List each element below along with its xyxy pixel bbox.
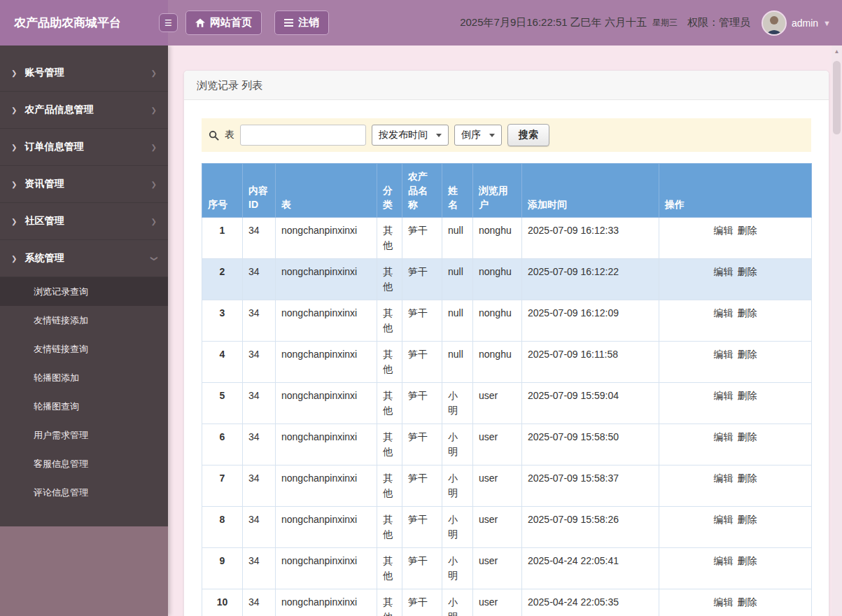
cell-no: 8 — [202, 507, 243, 548]
column-header: 添加时间 — [522, 164, 659, 218]
cell-name: null — [442, 300, 473, 342]
edit-link[interactable]: 编辑 — [714, 225, 734, 236]
home-button[interactable]: 网站首页 — [185, 10, 262, 35]
cell-name: null — [442, 218, 473, 259]
column-header: 农产品名称 — [402, 164, 442, 218]
delete-link[interactable]: 删除 — [738, 514, 757, 525]
cell-actions: 编辑删除 — [659, 300, 812, 342]
cell-user: user — [473, 589, 522, 616]
weekday-text: 星期三 — [652, 17, 678, 29]
cell-cid: 34 — [243, 548, 276, 589]
search-field-label: 表 — [225, 129, 234, 141]
cell-user: nonghu — [473, 342, 522, 383]
cell-name: 小明 — [442, 465, 473, 507]
cell-time: 2025-07-09 15:59:04 — [522, 383, 659, 424]
sort-select[interactable]: 按发布时间 — [372, 125, 449, 146]
cell-name: 小明 — [442, 589, 473, 616]
edit-link[interactable]: 编辑 — [714, 596, 734, 608]
sidebar-item-2[interactable]: ❯订单信息管理❯ — [0, 129, 168, 166]
search-button[interactable]: 搜索 — [507, 124, 549, 146]
scrollbar-thumb[interactable] — [833, 61, 841, 134]
logout-button-label: 注销 — [298, 16, 319, 29]
delete-link[interactable]: 删除 — [738, 307, 757, 318]
cell-user: user — [473, 465, 522, 507]
sidebar-item-0[interactable]: ❯账号管理❯ — [0, 55, 168, 92]
chevron-right-icon: ❯ — [11, 255, 17, 262]
table-header-row: 序号内容ID表分类农产品名称姓名浏览用户添加时间操作 — [202, 164, 812, 218]
delete-link[interactable]: 删除 — [738, 225, 757, 236]
sidebar-subitem[interactable]: 轮播图查询 — [0, 392, 168, 421]
sidebar-subitem[interactable]: 轮播图添加 — [0, 363, 168, 392]
cell-no: 7 — [202, 465, 243, 507]
cell-time: 2025-07-09 16:12:22 — [522, 259, 659, 300]
sidebar-item-1[interactable]: ❯农产品信息管理❯ — [0, 92, 168, 129]
cell-actions: 编辑删除 — [659, 259, 812, 300]
search-input[interactable] — [240, 125, 366, 146]
delete-link[interactable]: 删除 — [738, 431, 757, 442]
sidebar-subitem[interactable]: 友情链接添加 — [0, 306, 168, 335]
cell-no: 2 — [202, 259, 243, 300]
table-row: 134nongchanpinxinxi其他笋干nullnonghu2025-07… — [202, 218, 812, 259]
sidebar-item-4[interactable]: ❯社区管理❯ — [0, 203, 168, 240]
edit-link[interactable]: 编辑 — [714, 555, 734, 566]
scroll-up-icon[interactable]: ▲ — [832, 46, 842, 57]
sidebar-subitem[interactable]: 用户需求管理 — [0, 421, 168, 449]
cell-product: 笋干 — [402, 259, 442, 300]
cell-user: user — [473, 548, 522, 589]
cell-table: nongchanpinxinxi — [276, 259, 377, 300]
delete-link[interactable]: 删除 — [738, 349, 757, 360]
chevron-right-icon: ❯ — [151, 106, 157, 114]
delete-link[interactable]: 删除 — [738, 555, 757, 566]
delete-link[interactable]: 删除 — [738, 266, 757, 277]
cell-time: 2025-07-09 15:58:26 — [522, 507, 659, 548]
sidebar-subitem[interactable]: 客服信息管理 — [0, 449, 168, 478]
cell-cat: 其他 — [377, 424, 402, 465]
sidebar-subitem[interactable]: 友情链接查询 — [0, 335, 168, 363]
cell-cat: 其他 — [377, 342, 402, 383]
chevron-right-icon: ❯ — [151, 69, 157, 77]
column-header: 操作 — [659, 164, 812, 218]
cell-product: 笋干 — [402, 342, 442, 383]
user-menu[interactable]: admin ▼ — [762, 10, 831, 36]
scrollbar[interactable]: ▲ — [832, 46, 842, 616]
cell-actions: 编辑删除 — [659, 589, 812, 616]
brand: 农产品助农商城平台 — [0, 0, 168, 46]
sort-select-value: 按发布时间 — [379, 129, 428, 141]
cell-actions: 编辑删除 — [659, 507, 812, 548]
cell-no: 5 — [202, 383, 243, 424]
edit-link[interactable]: 编辑 — [714, 390, 734, 401]
edit-link[interactable]: 编辑 — [714, 431, 734, 442]
cell-no: 4 — [202, 342, 243, 383]
edit-link[interactable]: 编辑 — [714, 349, 734, 360]
cell-user: user — [473, 507, 522, 548]
cell-cid: 34 — [243, 383, 276, 424]
cell-cat: 其他 — [377, 300, 402, 342]
cell-actions: 编辑删除 — [659, 548, 812, 589]
chevron-right-icon: ❯ — [151, 144, 157, 151]
cell-product: 笋干 — [402, 383, 442, 424]
edit-link[interactable]: 编辑 — [714, 266, 734, 277]
home-button-label: 网站首页 — [210, 16, 252, 29]
table-row: 734nongchanpinxinxi其他笋干小明user2025-07-09 … — [202, 465, 812, 507]
sidebar-subitem[interactable]: 浏览记录查询 — [0, 277, 168, 306]
cell-cid: 34 — [243, 465, 276, 507]
sidebar-item-5[interactable]: ❯系统管理❯ — [0, 240, 168, 277]
cell-actions: 编辑删除 — [659, 465, 812, 507]
edit-link[interactable]: 编辑 — [714, 514, 734, 525]
delete-link[interactable]: 删除 — [738, 472, 757, 484]
delete-link[interactable]: 删除 — [738, 596, 757, 608]
edit-link[interactable]: 编辑 — [714, 472, 734, 484]
table-row: 234nongchanpinxinxi其他笋干nullnonghu2025-07… — [202, 259, 812, 300]
sidebar-toggle-button[interactable]: ☰ — [159, 13, 178, 32]
order-select[interactable]: 倒序 — [454, 125, 502, 146]
cell-product: 笋干 — [402, 589, 442, 616]
delete-link[interactable]: 删除 — [738, 390, 757, 401]
cell-actions: 编辑删除 — [659, 342, 812, 383]
sidebar-item-3[interactable]: ❯资讯管理❯ — [0, 166, 168, 203]
edit-link[interactable]: 编辑 — [714, 307, 734, 318]
cell-cid: 34 — [243, 342, 276, 383]
sidebar-subitem[interactable]: 评论信息管理 — [0, 478, 168, 507]
cell-product: 笋干 — [402, 300, 442, 342]
logout-button[interactable]: 注销 — [274, 10, 329, 35]
submenu: 浏览记录查询友情链接添加友情链接查询轮播图添加轮播图查询用户需求管理客服信息管理… — [0, 277, 168, 507]
